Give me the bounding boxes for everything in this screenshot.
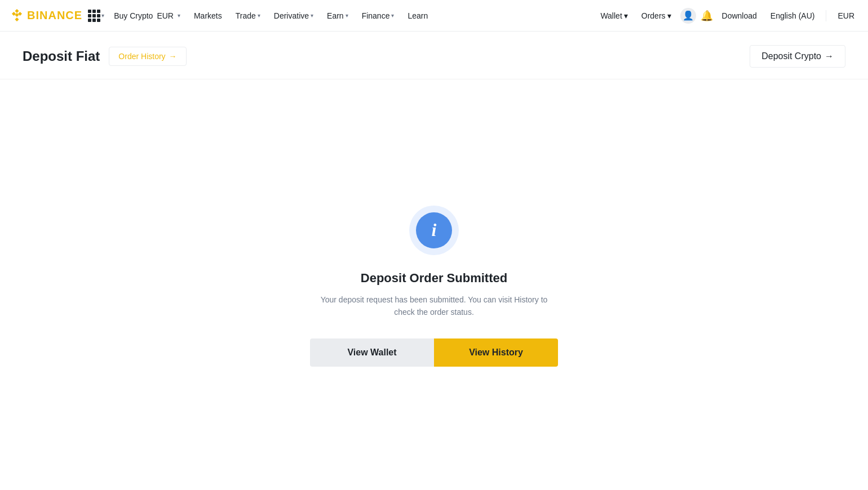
chevron-down-icon: ▾	[391, 12, 394, 19]
nav-divider	[826, 10, 826, 21]
info-icon: i	[416, 212, 452, 248]
nav-item-trade[interactable]: Trade ▾	[229, 0, 267, 32]
brand-name: BINANCE	[27, 9, 82, 22]
nav-item-finance[interactable]: Finance ▾	[355, 0, 401, 32]
nav-wallet[interactable]: Wallet ▾	[596, 0, 632, 32]
nav-item-markets[interactable]: Markets	[187, 0, 229, 32]
order-history-button[interactable]: Order History →	[109, 47, 186, 66]
action-buttons: View Wallet View History	[310, 338, 558, 367]
page-title: Deposit Fiat	[23, 48, 100, 64]
chevron-down-icon: ▾	[624, 11, 628, 20]
nav-right: Wallet ▾ Orders ▾ 👤 🔔 Download English (…	[596, 0, 859, 32]
grid-icon	[88, 10, 100, 22]
nav-item-buy-crypto[interactable]: Buy Crypto EUR ▾	[107, 0, 187, 32]
chevron-down-icon: ▾	[346, 12, 348, 19]
page-header-left: Deposit Fiat Order History →	[23, 47, 187, 66]
nav-item-derivative[interactable]: Derivative ▾	[267, 0, 320, 32]
page-header: Deposit Fiat Order History → Deposit Cry…	[0, 32, 868, 79]
profile-icon[interactable]: 👤	[680, 8, 696, 24]
logo[interactable]: BINANCE	[9, 8, 82, 24]
chevron-down-icon: ▾	[667, 11, 671, 20]
info-icon-wrapper: i	[409, 206, 459, 255]
binance-logo-icon	[9, 8, 25, 24]
deposit-crypto-button[interactable]: Deposit Crypto →	[750, 45, 845, 68]
chevron-down-icon: ▾	[258, 12, 260, 19]
svg-marker-0	[15, 9, 19, 13]
view-wallet-button[interactable]: View Wallet	[310, 338, 434, 367]
nav-download[interactable]: Download	[718, 0, 761, 32]
notification-bell-icon[interactable]: 🔔	[701, 10, 713, 22]
nav-item-earn[interactable]: Earn ▾	[320, 0, 355, 32]
navbar: BINANCE ▾ Buy Crypto EUR ▾ Markets Trade…	[0, 0, 868, 32]
nav-currency[interactable]: EUR	[833, 0, 859, 32]
chevron-down-icon: ▾	[311, 12, 313, 19]
success-description: Your deposit request has been submitted.…	[310, 293, 558, 319]
nav-language[interactable]: English (AU)	[766, 0, 820, 32]
view-history-button[interactable]: View History	[434, 338, 558, 367]
grid-chevron: ▾	[101, 12, 104, 19]
success-title: Deposit Order Submitted	[361, 271, 507, 286]
svg-marker-4	[15, 17, 19, 21]
main-content: i Deposit Order Submitted Your deposit r…	[0, 79, 868, 490]
grid-menu-button[interactable]: ▾	[87, 7, 105, 25]
nav-orders[interactable]: Orders ▾	[637, 0, 676, 32]
nav-item-learn[interactable]: Learn	[401, 0, 435, 32]
nav-items: Buy Crypto EUR ▾ Markets Trade ▾ Derivat…	[107, 0, 596, 32]
chevron-down-icon: ▾	[178, 12, 180, 19]
